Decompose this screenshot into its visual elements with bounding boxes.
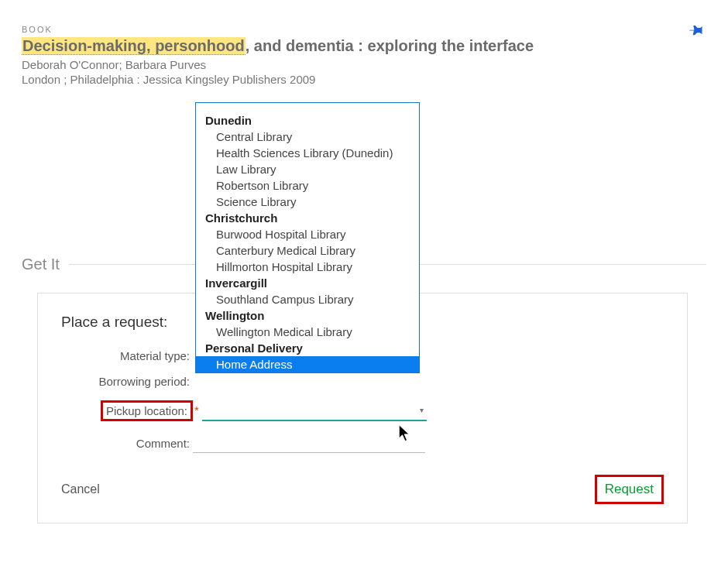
cancel-button[interactable]: Cancel [61,482,100,496]
form-actions: Cancel Request [61,475,664,504]
dropdown-group: Wellington [196,307,419,324]
label-pickup-location-text: Pickup location: [101,400,193,421]
pickup-location-select[interactable]: ▾ [202,401,427,421]
row-borrowing-period: Borrowing period: [61,375,664,388]
comment-input[interactable] [193,434,425,453]
required-asterisk: * [194,403,199,417]
dropdown-item[interactable]: Law Library [196,161,419,177]
item-title-rest: , and dementia : exploring the interface [246,37,534,54]
item-type-label: BOOK [22,25,706,34]
dropdown-group: Dunedin [196,112,419,129]
row-comment: Comment: [61,434,664,453]
dropdown-item[interactable]: Southland Campus Library [196,291,419,307]
pin-icon[interactable] [689,23,705,39]
chevron-down-icon: ▾ [420,406,424,414]
item-title[interactable]: Decision-making, personhood, and dementi… [22,37,706,55]
request-button[interactable]: Request [605,482,654,497]
dropdown-item[interactable]: Wellington Medical Library [196,324,419,340]
dropdown-item[interactable]: Canterbury Medical Library [196,242,419,259]
dropdown-item[interactable]: Burwood Hospital Library [196,226,419,242]
dropdown-item[interactable]: Science Library [196,194,419,210]
row-pickup-location: Pickup location: * ▾ [61,400,664,421]
dropdown-group: Christchurch [196,210,419,226]
section-get-it-label: Get It [22,256,60,273]
pickup-location-dropdown[interactable]: DunedinCentral LibraryHealth Sciences Li… [195,102,420,373]
dropdown-item[interactable]: Health Sciences Library (Dunedin) [196,145,419,161]
label-material-type: Material type: [61,349,193,362]
dropdown-item[interactable]: Robertson Library [196,177,419,194]
dropdown-group: Invercargill [196,275,419,291]
dropdown-item[interactable]: Hillmorton Hospital Library [196,259,419,275]
dropdown-item[interactable]: Central Library [196,129,419,145]
item-imprint: London ; Philadelphia : Jessica Kingsley… [22,73,706,86]
label-borrowing-period: Borrowing period: [61,375,193,388]
label-comment: Comment: [61,437,193,450]
request-button-highlight: Request [595,475,664,504]
item-authors: Deborah O'Connor; Barbara Purves [22,58,706,71]
item-title-highlighted: Decision-making, personhood [22,37,246,55]
label-pickup-location: Pickup location: [61,400,193,421]
dropdown-item[interactable]: Home Address [196,356,419,372]
dropdown-group: Personal Delivery [196,340,419,356]
